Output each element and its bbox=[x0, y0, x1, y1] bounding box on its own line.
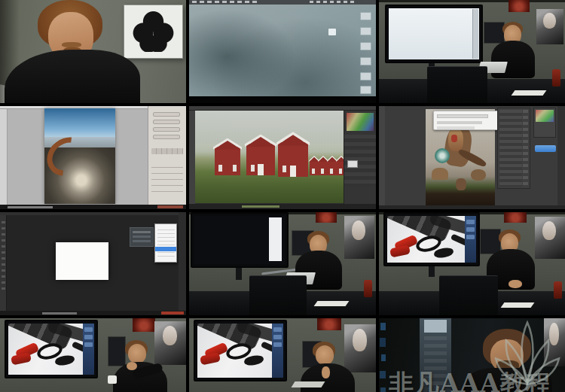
layer-thumbnail bbox=[347, 160, 358, 168]
panel-rows bbox=[151, 162, 183, 193]
small-house bbox=[310, 160, 319, 175]
panel-text-lines bbox=[133, 231, 151, 233]
menu-highlighted-item bbox=[155, 247, 176, 251]
blue-screen-glint bbox=[381, 354, 386, 361]
screen-tool-column bbox=[272, 324, 283, 378]
presenter-head bbox=[128, 344, 146, 363]
wall-display bbox=[194, 320, 287, 381]
red-portrait bbox=[504, 212, 527, 223]
display-screen-white bbox=[389, 8, 479, 59]
menu-bar-status bbox=[310, 1, 355, 3]
presenter-head bbox=[316, 345, 334, 365]
framed-artwork bbox=[124, 5, 183, 59]
menu-bar-items bbox=[192, 1, 260, 3]
dialog-text-line bbox=[437, 126, 475, 129]
desktop-icon bbox=[360, 86, 371, 94]
thumb-photoshop-polar-image bbox=[0, 106, 186, 209]
desk-papers bbox=[292, 381, 325, 387]
dialog-text-line bbox=[437, 121, 482, 124]
red-portrait bbox=[316, 212, 337, 223]
display-screen-dark bbox=[194, 216, 285, 264]
menu-items bbox=[157, 226, 175, 260]
blue-screen-glint bbox=[380, 323, 386, 330]
red-portrait bbox=[317, 318, 341, 330]
dropdown-menu bbox=[154, 223, 177, 263]
blank-canvas bbox=[56, 242, 108, 280]
status-bar bbox=[379, 205, 565, 209]
ceiling-edge bbox=[379, 0, 565, 2]
window bbox=[339, 169, 342, 174]
highlighted-button bbox=[535, 145, 556, 152]
collage-animal bbox=[432, 168, 448, 180]
right-panel-stack bbox=[344, 111, 376, 209]
screen-tool-column bbox=[465, 216, 476, 263]
window bbox=[330, 169, 333, 174]
foreground-monitor bbox=[249, 275, 307, 315]
panel-button-row bbox=[151, 148, 183, 154]
papers bbox=[512, 90, 547, 96]
display-stand bbox=[236, 268, 242, 280]
window bbox=[251, 165, 255, 172]
panel-edge-strip bbox=[557, 106, 565, 209]
monitor-rows bbox=[424, 336, 447, 389]
status-text bbox=[42, 312, 77, 315]
adjustments-panel bbox=[148, 106, 186, 205]
red-tumbler bbox=[552, 69, 560, 87]
thumb-studio-red-artwork-thinking bbox=[189, 318, 376, 392]
red-portrait bbox=[133, 318, 155, 332]
collage-animal bbox=[456, 178, 466, 190]
red-shape bbox=[11, 352, 32, 365]
layers-panel bbox=[497, 108, 530, 189]
screen-tool-column bbox=[83, 324, 94, 375]
layer-rows bbox=[499, 110, 522, 187]
dark-portrait bbox=[484, 22, 505, 44]
thumb-photoshop-red-houses bbox=[189, 106, 376, 209]
presenter-shirt bbox=[463, 368, 552, 392]
red-shape bbox=[200, 352, 221, 365]
window bbox=[233, 165, 237, 172]
black-blob bbox=[433, 247, 454, 259]
black-blob bbox=[54, 354, 75, 366]
teal-badge bbox=[435, 148, 450, 163]
collage-red-accent bbox=[451, 135, 457, 142]
status-bar bbox=[0, 311, 186, 315]
papers bbox=[501, 302, 535, 308]
right-edge-strip bbox=[179, 212, 186, 315]
display-screen-red-art bbox=[197, 324, 283, 378]
thumb-studio-white-screen bbox=[379, 0, 565, 103]
color-panel bbox=[533, 108, 556, 138]
thumb-presenter-dark-closeup bbox=[379, 318, 565, 392]
monitor-bright-window bbox=[424, 320, 447, 333]
screen-white-panel bbox=[269, 217, 282, 261]
collage-animal bbox=[471, 169, 486, 181]
presenter-shirt bbox=[5, 50, 140, 103]
small-house bbox=[328, 160, 337, 175]
window bbox=[218, 165, 222, 172]
contact-sheet bbox=[0, 0, 565, 392]
desktop-icon bbox=[328, 29, 336, 35]
desktop-icon bbox=[360, 72, 371, 81]
tool-strip bbox=[379, 106, 385, 209]
thumb-photoshop-blank-document bbox=[0, 212, 186, 315]
timestamp-overlay bbox=[161, 311, 184, 315]
red-house bbox=[215, 147, 240, 175]
woman-portrait bbox=[535, 217, 565, 259]
artwork-ink-blob bbox=[130, 10, 176, 52]
canvas-photo bbox=[195, 111, 344, 203]
foreground-monitor bbox=[427, 66, 487, 103]
thumb-studio-red-artwork-pointing bbox=[0, 318, 186, 392]
display-stand bbox=[429, 266, 435, 277]
desktop-icon bbox=[360, 12, 371, 20]
red-portrait bbox=[508, 0, 530, 12]
woman-portrait bbox=[544, 318, 565, 366]
woman-portrait bbox=[344, 324, 376, 372]
panel-field bbox=[153, 135, 180, 139]
app-title-bar bbox=[0, 212, 186, 215]
black-blob bbox=[243, 354, 264, 366]
presenter-hand bbox=[127, 362, 137, 370]
blue-screen-glint bbox=[380, 387, 386, 392]
canvas-image bbox=[44, 108, 115, 204]
timestamp-overlay bbox=[157, 205, 183, 208]
red-shape bbox=[389, 245, 411, 257]
thumb-photoshop-collage-dialog bbox=[379, 106, 565, 209]
